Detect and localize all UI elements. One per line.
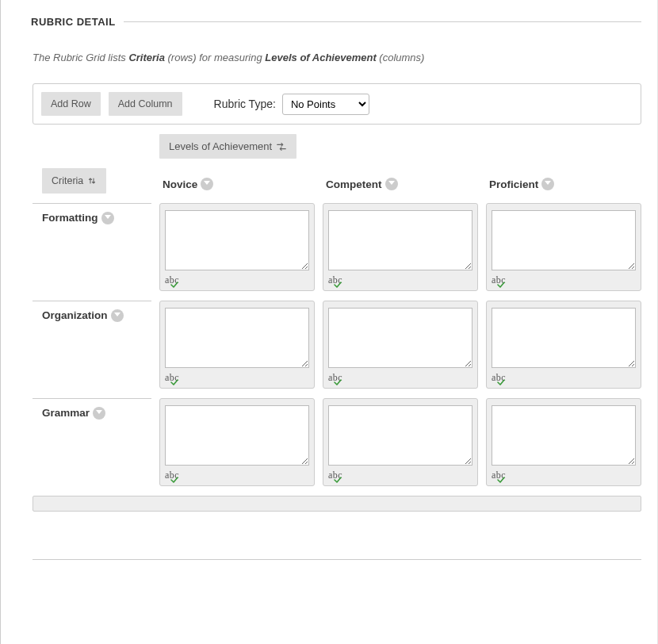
check-icon — [334, 378, 342, 385]
rubric-row: Organizationabcabcabc — [33, 301, 641, 389]
rubric-cell: abc — [323, 203, 478, 291]
chevron-down-icon[interactable] — [385, 178, 398, 190]
section-title: RUBRIC DETAIL — [31, 16, 116, 28]
level-name-label: Proficient — [489, 178, 538, 190]
rubric-cell-textarea[interactable] — [328, 308, 472, 368]
rubric-cell: abc — [323, 301, 478, 389]
rubric-cell-textarea[interactable] — [328, 210, 472, 270]
level-header: Novice — [159, 178, 315, 194]
levels-of-achievement-button[interactable]: Levels of Achievement — [159, 134, 296, 159]
criteria-label: Formatting — [33, 203, 151, 291]
chevron-down-icon[interactable] — [93, 407, 105, 420]
rubric-description: The Rubric Grid lists Criteria (rows) fo… — [33, 52, 641, 63]
rubric-cell: abc — [486, 203, 641, 291]
level-name-label: Competent — [326, 178, 382, 190]
divider — [124, 21, 641, 22]
rubric-cell: abc — [159, 203, 315, 291]
divider — [33, 559, 641, 560]
criteria-sort-button[interactable]: Criteria — [42, 168, 106, 194]
spellcheck-button[interactable]: abc — [328, 274, 472, 287]
chevron-down-icon[interactable] — [541, 178, 554, 190]
spellcheck-button[interactable]: abc — [328, 371, 472, 385]
rubric-cell-textarea[interactable] — [165, 405, 309, 466]
spellcheck-button[interactable]: abc — [165, 469, 309, 482]
rubric-cell-textarea[interactable] — [492, 405, 636, 466]
chevron-down-icon[interactable] — [111, 309, 124, 322]
check-icon — [334, 280, 342, 288]
rubric-cell: abc — [486, 301, 641, 389]
check-icon — [170, 475, 178, 483]
add-row-button[interactable]: Add Row — [41, 92, 101, 116]
check-icon — [170, 378, 178, 385]
rubric-grid: Levels of Achievement Criteria NoviceCom… — [33, 134, 641, 512]
check-icon — [497, 280, 505, 288]
check-icon — [334, 475, 342, 483]
spellcheck-button[interactable]: abc — [492, 371, 636, 385]
chevron-down-icon[interactable] — [101, 212, 114, 224]
grid-footer-bar — [33, 496, 641, 512]
rubric-cell-textarea[interactable] — [492, 210, 636, 270]
rubric-cell: abc — [323, 398, 478, 486]
check-icon — [170, 280, 178, 288]
spellcheck-button[interactable]: abc — [492, 274, 636, 287]
spellcheck-button[interactable]: abc — [328, 469, 472, 482]
spellcheck-button[interactable]: abc — [165, 371, 309, 385]
rubric-toolbar: Add Row Add Column Rubric Type: No Point… — [33, 83, 641, 125]
rubric-cell: abc — [159, 398, 315, 486]
criteria-name-label: Organization — [42, 309, 108, 321]
rubric-type-select[interactable]: No Points — [282, 94, 369, 115]
criteria-label: Grammar — [33, 398, 151, 486]
check-icon — [497, 475, 505, 483]
criteria-name-label: Grammar — [42, 407, 90, 419]
chevron-down-icon[interactable] — [201, 178, 213, 190]
rubric-cell-textarea[interactable] — [165, 210, 309, 270]
sort-updown-icon — [87, 176, 97, 186]
level-header: Competent — [323, 178, 478, 194]
rubric-cell-textarea[interactable] — [492, 308, 636, 368]
check-icon — [497, 378, 505, 385]
rubric-type-label: Rubric Type: — [214, 98, 276, 110]
level-name-label: Novice — [163, 178, 197, 190]
rubric-cell: abc — [486, 398, 641, 486]
swap-arrows-icon — [276, 141, 287, 152]
rubric-cell-textarea[interactable] — [165, 308, 309, 368]
add-column-button[interactable]: Add Column — [109, 92, 182, 116]
rubric-row: Grammarabcabcabc — [33, 398, 641, 486]
spellcheck-button[interactable]: abc — [492, 469, 636, 482]
rubric-cell: abc — [159, 301, 315, 389]
spellcheck-button[interactable]: abc — [165, 274, 309, 287]
level-header: Proficient — [486, 178, 641, 194]
rubric-row: Formattingabcabcabc — [33, 203, 641, 291]
criteria-label: Organization — [33, 301, 151, 389]
criteria-name-label: Formatting — [42, 212, 98, 224]
rubric-cell-textarea[interactable] — [328, 405, 472, 466]
